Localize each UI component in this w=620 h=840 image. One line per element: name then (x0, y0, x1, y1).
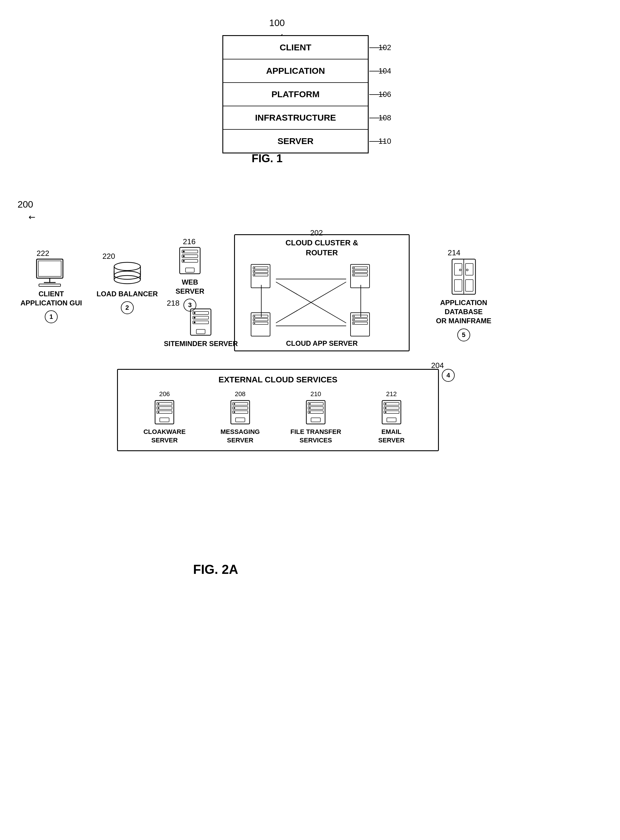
svg-point-65 (354, 319, 355, 320)
fig2-caption: FIG. 2A (193, 562, 238, 577)
diagram-container: 100 ↙ CLIENT 102 APPLICATION 104 PLATFOR… (0, 0, 620, 840)
siteminder-label: SITEMINDER SERVER (164, 339, 238, 348)
svg-point-64 (354, 316, 355, 317)
svg-rect-54 (253, 315, 268, 317)
email-icon (380, 399, 403, 425)
web-server-icon (177, 246, 203, 275)
client-label: CLIENTAPPLICATION GUI (21, 289, 82, 308)
ref-220: 220 (102, 252, 115, 261)
svg-point-87 (233, 403, 235, 405)
appdb-area: 214 APPLICATIONDATABASEOR MAINFRAME 5 (436, 258, 491, 341)
svg-point-81 (158, 411, 160, 413)
fig2-ref-200: 200 (18, 199, 33, 210)
cloakware-label: CLOAKWARESERVER (127, 428, 202, 445)
svg-point-58 (254, 319, 255, 320)
svg-point-66 (354, 323, 355, 324)
cloakware-item: 206 CLOAKWARESERVER (127, 390, 202, 445)
ref-212: 212 (354, 390, 429, 398)
ext-cloud-title: EXTERNAL CLOUD SERVICES (121, 373, 435, 390)
circle-5: 5 (457, 329, 470, 341)
ref-222: 222 (36, 249, 49, 258)
fig1-ref-line-110 (369, 141, 385, 142)
svg-rect-24 (185, 268, 194, 272)
fig1-row-server: SERVER 110 (223, 130, 368, 152)
svg-rect-40 (253, 267, 268, 269)
webserver-label: WEBSERVER (176, 277, 204, 296)
svg-point-79 (158, 403, 160, 405)
loadbalancer-area: 220 LOAD BALANCER 2 (96, 261, 158, 314)
messaging-item: 208 MESSAGINGSERVER (202, 390, 278, 445)
ref-216: 216 (183, 237, 196, 246)
svg-rect-62 (352, 318, 367, 321)
svg-rect-55 (253, 318, 268, 321)
cloud-app-label: CLOUD APP SERVER (235, 339, 409, 348)
appdb-icon (449, 258, 479, 296)
svg-point-30 (194, 317, 196, 318)
fig1-caption: FIG. 1 (251, 152, 283, 165)
ref-214: 214 (448, 248, 460, 257)
svg-point-105 (385, 411, 386, 413)
svg-rect-49 (352, 274, 367, 276)
svg-point-88 (233, 407, 235, 409)
circle-4-area: 4 (442, 366, 455, 382)
svg-point-44 (254, 271, 255, 272)
fig2-arrow-icon: ↙ (26, 211, 38, 223)
fig1-ref-100: 100 (269, 18, 285, 29)
svg-point-29 (194, 312, 196, 314)
ref-210: 210 (278, 390, 354, 398)
svg-rect-17 (180, 247, 200, 274)
fig1-stack: CLIENT 102 APPLICATION 104 PLATFORM 106 … (223, 35, 369, 154)
siteminder-icon (188, 308, 214, 337)
svg-point-72 (467, 269, 468, 271)
filetransfer-label: FILE TRANSFERSERVICES (278, 428, 354, 445)
svg-rect-48 (352, 270, 367, 273)
circle-4: 4 (442, 369, 455, 382)
svg-point-21 (183, 250, 185, 252)
cloud-cluster-network (238, 256, 408, 344)
svg-point-43 (254, 267, 255, 268)
svg-rect-32 (196, 329, 205, 334)
svg-rect-74 (465, 280, 473, 291)
svg-point-31 (194, 321, 196, 323)
filetransfer-icon (304, 399, 327, 425)
svg-rect-47 (352, 267, 367, 269)
svg-point-96 (309, 407, 311, 409)
ref-218: 218 (167, 299, 179, 308)
client-area: 222 CLIENTAPPLICATION GUI 1 (21, 258, 82, 323)
svg-rect-41 (253, 270, 268, 273)
svg-point-97 (309, 411, 311, 413)
svg-rect-6 (38, 261, 61, 276)
siteminder-area: 218 SITEMINDER SERVER (164, 308, 238, 348)
webserver-area: 216 WEBSERVER 3 (176, 246, 204, 312)
svg-point-23 (183, 260, 185, 262)
fig1-ref-line-106 (369, 94, 385, 95)
cloakware-icon (153, 399, 176, 425)
load-balancer-icon (111, 261, 143, 287)
cloud-cluster-box: CLOUD CLUSTER &ROUTER (234, 234, 409, 351)
svg-point-80 (158, 407, 160, 409)
svg-point-51 (354, 271, 355, 272)
svg-point-89 (233, 411, 235, 413)
ref-202: 202 (310, 228, 323, 237)
svg-rect-98 (311, 418, 321, 422)
appdb-label: APPLICATIONDATABASEOR MAINFRAME (436, 298, 491, 326)
svg-rect-25 (191, 309, 211, 335)
fig1-row-platform: PLATFORM 106 (223, 83, 368, 106)
svg-point-71 (459, 269, 461, 271)
svg-rect-82 (160, 418, 169, 422)
svg-point-50 (354, 267, 355, 268)
loadbalancer-label: LOAD BALANCER (96, 289, 158, 299)
svg-point-52 (354, 274, 355, 276)
svg-rect-5 (36, 259, 63, 278)
svg-rect-73 (454, 280, 462, 291)
circle-1: 1 (45, 310, 58, 323)
svg-point-10 (114, 262, 140, 270)
email-item: 212 EMAILSERVER (354, 390, 429, 445)
svg-rect-56 (253, 322, 268, 324)
svg-point-103 (385, 403, 386, 405)
svg-point-57 (254, 316, 255, 317)
ext-cloud-box: 204 EXTERNAL CLOUD SERVICES 206 (117, 369, 439, 451)
fig1-row-client: CLIENT 102 (223, 36, 368, 59)
svg-rect-90 (236, 418, 245, 422)
svg-rect-106 (387, 418, 396, 422)
